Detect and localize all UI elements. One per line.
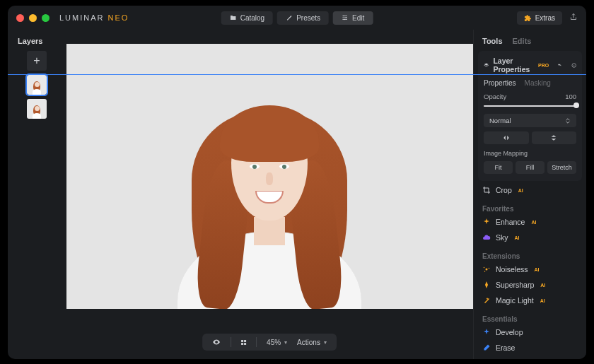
zoom-dropdown[interactable]: 45%▾ [267,339,287,346]
toggle-visibility-button[interactable] [212,338,221,346]
extras-button[interactable]: Extras [517,11,562,25]
sliders-icon [342,14,349,21]
layer-properties-panel: Layer Properties PRO Properties Masking … [478,51,582,181]
opacity-label: Opacity [484,93,506,100]
folder-icon [230,14,237,21]
erase-icon [482,344,491,352]
ai-badge: AI [518,188,523,193]
layers-icon [484,61,489,69]
layer-thumb-1[interactable] [27,75,47,95]
svg-point-1 [346,17,347,18]
stretch-button[interactable]: Stretch [547,161,576,174]
fill-button[interactable]: Fill [516,161,544,174]
svg-point-6 [489,268,490,269]
develop-icon [482,328,491,336]
pro-badge: PRO [538,63,549,68]
supersharp-tool[interactable]: SupersharpAI [482,277,578,293]
edit-tab[interactable]: Edit [333,11,373,25]
flip-v-icon [550,134,557,141]
layers-title: Layers [8,37,42,45]
maximize-window[interactable] [42,14,50,22]
opacity-slider[interactable] [484,102,576,110]
horizontal-guide[interactable] [8,74,586,75]
right-panel: Tools Edits Layer Properties PRO Propert… [473,30,586,359]
app-brand: LUMINAR NEO [59,13,129,22]
compare-icon [241,340,246,345]
structure-tool[interactable]: StructureAI [482,356,578,359]
image-mapping-label: Image Mapping [484,150,576,157]
cloud-icon [482,233,491,242]
sparkle-icon [482,218,491,226]
flip-horizontal-button[interactable] [484,131,529,144]
close-window[interactable] [16,14,24,22]
puzzle-icon [524,14,532,22]
window-controls [16,14,50,22]
wand-icon [286,14,293,21]
extensions-section: Extensions [482,245,578,262]
layers-panel: Layers + [8,30,66,359]
info-icon[interactable] [571,61,576,69]
fit-button[interactable]: Fit [484,161,513,174]
flip-h-icon [503,134,510,141]
crop-icon [482,186,491,194]
tools-tab[interactable]: Tools [482,37,503,45]
edits-tab[interactable]: Edits [513,37,532,45]
enhance-tool[interactable]: EnhanceAI [482,214,578,230]
portrait-image [170,90,368,309]
eye-icon [212,338,221,346]
titlebar: LUMINAR NEO Catalog Presets Edit Extras [8,6,586,30]
opacity-value: 100 [565,93,576,100]
essentials-section: Essentials [482,308,578,324]
image-canvas[interactable] [66,44,473,309]
chevron-down-icon: ▾ [324,339,327,346]
canvas-toolbar: 45%▾ Actions▾ [202,334,337,351]
panel-title: Layer Properties [493,57,532,74]
properties-subtab[interactable]: Properties [484,79,516,87]
actions-dropdown[interactable]: Actions▾ [297,339,327,346]
svg-point-4 [486,269,488,271]
catalog-tab[interactable]: Catalog [221,11,273,25]
share-button[interactable] [569,11,578,24]
svg-point-2 [344,19,345,20]
blend-mode-dropdown[interactable]: Normal [484,114,576,127]
svg-point-7 [484,271,486,272]
noiseless-tool[interactable]: NoiselessAI [482,262,578,277]
undo-icon[interactable] [557,61,562,69]
sky-tool[interactable]: SkyAI [482,230,578,245]
svg-point-0 [344,16,345,17]
minimize-window[interactable] [29,14,37,22]
favorites-section: Favorites [482,198,578,214]
add-layer-button[interactable]: + [27,51,47,71]
share-icon [569,13,578,21]
svg-point-5 [484,267,485,269]
compare-view-button[interactable] [241,340,246,345]
denoise-icon [482,265,491,274]
canvas-area: 45%▾ Actions▾ [66,30,473,359]
layer-thumb-2[interactable] [27,99,47,119]
magic-icon [482,296,491,305]
erase-tool[interactable]: Erase [482,340,578,356]
sharpen-icon [482,281,491,289]
chevron-down-icon: ▾ [284,339,287,346]
updown-icon [565,118,571,124]
flip-vertical-button[interactable] [532,131,577,144]
crop-tool[interactable]: CropAI [482,182,578,198]
masking-subtab[interactable]: Masking [525,79,551,87]
presets-tab[interactable]: Presets [277,11,329,25]
develop-tool[interactable]: Develop [482,324,578,340]
magic-light-tool[interactable]: Magic LightAI [482,293,578,308]
